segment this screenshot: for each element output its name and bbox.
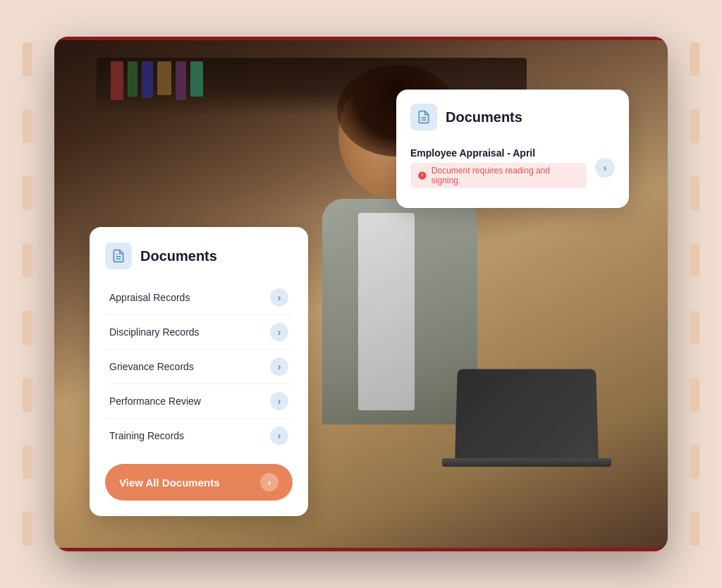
- deco-strip-right-6: [690, 378, 699, 412]
- deco-strip-left-4: [23, 243, 32, 277]
- right-card-title: Documents: [446, 109, 522, 125]
- view-all-button[interactable]: View All Documents ›: [105, 464, 293, 501]
- document-title: Employee Appraisal - April: [410, 147, 587, 159]
- left-card-icon: [105, 243, 132, 269]
- view-all-chevron-icon: ›: [260, 473, 279, 491]
- chevron-grievance[interactable]: ›: [270, 357, 288, 376]
- record-label-grievance: Grievance Records: [109, 361, 194, 372]
- deco-strip-right-2: [690, 109, 699, 143]
- right-card-icon: [410, 104, 437, 130]
- left-card-title: Documents: [140, 248, 217, 264]
- chevron-disciplinary[interactable]: ›: [270, 323, 288, 341]
- record-item-grievance[interactable]: Grievance Records ›: [105, 350, 293, 384]
- deco-strip-left-7: [23, 445, 32, 479]
- deco-strip-left-6: [23, 378, 32, 412]
- document-warning: Document requires reading and signing.: [410, 163, 587, 188]
- chevron-performance[interactable]: ›: [270, 392, 288, 410]
- document-chevron[interactable]: ›: [595, 158, 615, 178]
- record-item-performance[interactable]: Performance Review ›: [105, 384, 293, 419]
- main-frame: Documents Appraisal Records › Disciplina…: [54, 37, 668, 551]
- record-label-performance: Performance Review: [109, 396, 201, 407]
- deco-strip-left-1: [23, 42, 32, 76]
- record-label-disciplinary: Disciplinary Records: [109, 326, 200, 338]
- chevron-training[interactable]: ›: [270, 427, 288, 445]
- record-item-training[interactable]: Training Records ›: [105, 419, 293, 453]
- view-all-label: View All Documents: [119, 477, 220, 489]
- record-item-appraisal[interactable]: Appraisal Records ›: [105, 281, 293, 315]
- deco-strip-right-4: [690, 243, 699, 277]
- deco-strip-left-2: [23, 109, 32, 143]
- deco-strip-right-3: [690, 176, 699, 210]
- deco-strip-left-3: [23, 176, 32, 210]
- right-card-header: Documents: [410, 104, 615, 130]
- red-border-top: [54, 37, 668, 40]
- deco-strip-right-1: [690, 42, 699, 76]
- documents-card-left: Documents Appraisal Records › Disciplina…: [90, 227, 308, 516]
- chevron-appraisal[interactable]: ›: [270, 288, 288, 307]
- deco-strip-left-5: [23, 311, 32, 345]
- document-info: Employee Appraisal - April Document requ…: [410, 147, 587, 188]
- deco-strip-right-5: [690, 311, 699, 345]
- record-item-disciplinary[interactable]: Disciplinary Records ›: [105, 315, 293, 350]
- deco-strip-left-8: [23, 512, 32, 546]
- warning-icon: [417, 171, 427, 180]
- deco-strip-right-7: [690, 445, 699, 479]
- document-item[interactable]: Employee Appraisal - April Document requ…: [410, 142, 615, 194]
- red-border-bottom: [54, 548, 668, 551]
- warning-text: Document requires reading and signing.: [432, 166, 580, 185]
- record-label-training: Training Records: [109, 430, 184, 441]
- deco-strip-right-8: [690, 512, 699, 546]
- documents-card-right: Documents Employee Appraisal - April Doc…: [396, 90, 629, 208]
- left-card-header: Documents: [105, 243, 293, 269]
- record-label-appraisal: Appraisal Records: [109, 292, 190, 303]
